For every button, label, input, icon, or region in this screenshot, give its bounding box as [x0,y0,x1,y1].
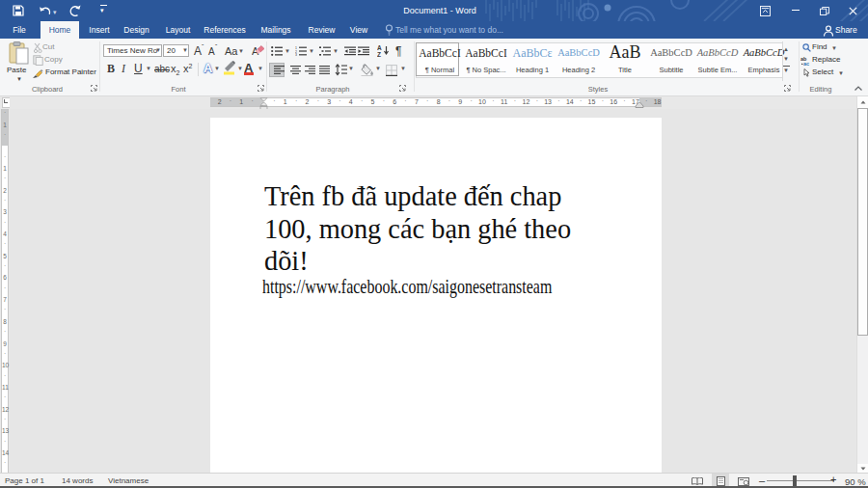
svg-text:ac: ac [803,61,809,66]
svg-text:A: A [377,44,382,51]
svg-text:Z: Z [377,51,381,57]
svg-text:3: 3 [295,53,297,56]
